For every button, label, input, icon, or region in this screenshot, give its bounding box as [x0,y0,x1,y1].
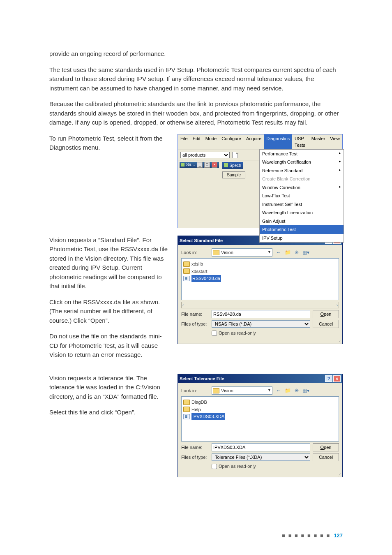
menu-edit[interactable]: Edit [190,134,203,150]
mini-window-title: Sa… _ □ × [180,162,219,168]
scroll-left-icon[interactable]: ‹ [182,302,184,308]
up-icon[interactable]: 📁 [284,387,291,394]
file-item[interactable]: xdsstart [183,268,337,275]
file-item[interactable]: Help [183,406,337,413]
folder-icon [183,400,190,405]
file-item-label: DiagDB [191,399,207,406]
filetype-label: Files of type: [181,321,209,328]
menu-item-performance-test[interactable]: Performance Test [260,150,344,158]
lookin-value: Vision [221,249,233,256]
menu-item-gain-adjust[interactable]: Gain Adjust [260,217,344,226]
menu-master[interactable]: Master [309,134,328,150]
filename-input[interactable] [212,443,310,451]
graph-mini-icon [181,163,184,166]
filetype-select[interactable]: NSAS Files (*.DA) [212,320,310,328]
menu-item-create-blank-correction: Create Blank Correction [260,175,344,183]
body-paragraph: Because the calibrated photometric stand… [49,99,343,127]
body-paragraph: Select this file and click “Open”. [49,408,168,417]
filename-label: File name: [181,444,209,451]
menu-item-reference-standard[interactable]: Reference Standard [260,166,344,175]
file-item-label: RSSv0428.da [191,275,221,282]
views-icon[interactable]: ▦▾ [302,249,309,256]
scroll-bar[interactable]: ‹› [181,302,339,308]
menu-file[interactable]: File [178,134,190,150]
menu-item-window-correction[interactable]: Window Correction [260,183,344,192]
file-item[interactable]: IPVXDS03.XDA [183,413,337,420]
help-icon[interactable]: ? [325,375,332,382]
file-item-label: Help [191,406,201,413]
menu-item-wavelength-linearization[interactable]: Wavelength Linearization [260,208,344,217]
back-icon[interactable]: ← [275,387,282,394]
menu-item-instrument-self-test[interactable]: Instrument Self Test [260,200,344,209]
chart-icon [224,163,228,167]
filetype-select[interactable]: Tolerance Files (*.XDA) [212,453,310,461]
file-item-label: xdsstart [191,268,208,275]
lookin-label: Look in: [181,387,209,394]
menu-configure[interactable]: Configure [219,134,244,150]
sample-button[interactable]: Sample [222,171,245,178]
views-icon[interactable]: ▦▾ [302,387,309,394]
readonly-label: Open as read-only [219,463,256,470]
file-list[interactable]: xdslibxdsstartRSSv0428.da [181,258,339,300]
up-icon[interactable]: 📁 [284,249,291,256]
filename-input[interactable] [212,310,310,318]
menu-item-ipv-setup[interactable]: IPV Setup [260,234,344,243]
page-number: 127 [334,532,343,539]
dialog-title: Select Tolerance File [180,375,224,382]
new-folder-icon[interactable]: ✳ [293,387,300,394]
page-footer: ■ ■ ■ ■ ■ ■ ■ ■127 [282,532,343,540]
open-button[interactable]: Open [313,310,339,318]
readonly-checkbox[interactable] [212,464,217,469]
close-icon[interactable]: × [212,162,217,168]
product-select[interactable]: all products [180,152,230,158]
file-item-label: IPVXDS03.XDA [191,413,225,420]
open-button[interactable]: Open [313,443,339,451]
diagnostics-dropdown[interactable]: Performance TestWavelength Certification… [259,149,344,243]
filetype-label: Files of type: [181,454,209,461]
cancel-button[interactable]: Cancel [313,453,339,461]
spectrum-label: Spectr [229,162,241,169]
menu-diagnostics[interactable]: Diagnostics [264,134,292,150]
file-icon [183,276,190,281]
body-paragraph: To run Photometric Test, select it from … [49,134,168,153]
file-item[interactable]: RSSv0428.da [183,275,337,282]
minimize-icon[interactable]: _ [197,162,203,168]
body-paragraph: Vision requests a tolerance file. The to… [49,374,168,402]
body-paragraph: provide an ongoing record of performance… [49,49,343,59]
folder-icon [213,250,219,255]
file-item[interactable]: DiagDB [183,399,337,406]
lookin-label: Look in: [181,249,209,256]
menu-item-photometric-test[interactable]: Photometric Test [260,225,344,234]
folder-icon [183,407,190,412]
menu-usp-tests[interactable]: USP Tests [292,134,309,150]
close-icon[interactable]: × [333,375,341,382]
select-standard-file-dialog: Select Standard File ? × Look in: Vision… [178,236,343,344]
file-icon [183,414,190,419]
body-paragraph: Do not use the file on the standards min… [49,332,168,360]
back-icon[interactable]: ← [275,249,282,256]
dialog-title: Select Standard File [180,237,223,244]
resize-grip[interactable]: ⋰ [178,340,342,344]
readonly-checkbox[interactable] [212,331,217,336]
body-paragraph: Vision requests a “Standard File”. For P… [49,236,168,291]
menu-item-wavelength-certification[interactable]: Wavelength Certification [260,158,344,166]
resize-grip[interactable]: ⋰ [178,473,342,477]
readonly-label: Open as read-only [219,330,256,337]
new-folder-icon[interactable]: ✳ [293,249,300,256]
maximize-icon[interactable]: □ [204,162,210,168]
page-icon [232,152,238,158]
lookin-select[interactable]: Vision ▼ [212,248,272,257]
lookin-select[interactable]: Vision ▼ [212,386,272,395]
file-item-label: xdslib [191,261,203,268]
lookin-value: Vision [221,387,233,394]
menu-acquire[interactable]: Acquire [244,134,264,150]
cancel-button[interactable]: Cancel [313,320,339,328]
menu-item-low-flux-test[interactable]: Low-Flux Test [260,192,344,200]
file-item[interactable]: xdslib [183,261,337,268]
menu-view[interactable]: View [327,134,342,150]
folder-icon [183,268,190,274]
menu-mode[interactable]: Mode [203,134,219,150]
scroll-right-icon[interactable]: › [337,302,338,308]
folder-icon [183,261,190,267]
file-list[interactable]: DiagDBHelpIPVXDS03.XDA [181,396,339,442]
